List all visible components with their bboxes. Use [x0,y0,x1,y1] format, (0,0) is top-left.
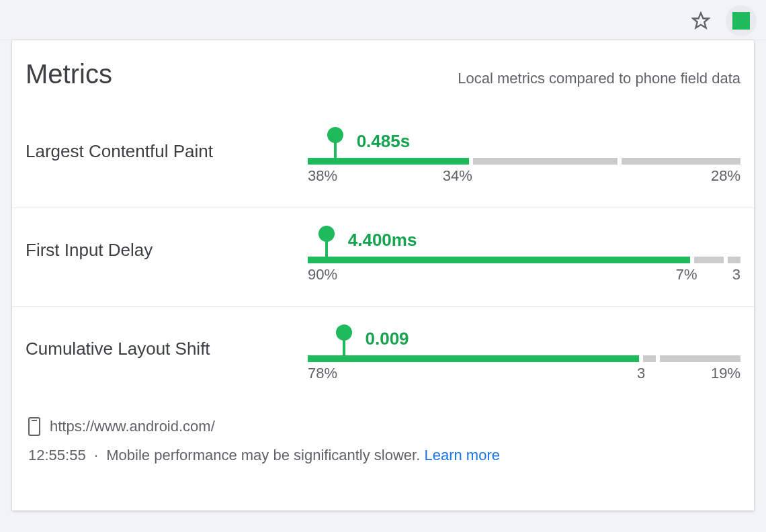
segment-percent-label: 78% [308,365,337,382]
metric-name: Cumulative Layout Shift [26,339,308,359]
learn-more-link[interactable]: Learn more [424,447,500,463]
metric-row: Largest Contentful Paint38%34%28%0.485s [12,109,754,208]
browser-address-bar [0,0,766,40]
phone-icon [28,417,40,436]
metric-bar: 90%7%34.400ms [308,230,740,270]
segment-percent-label: 3 [732,266,740,283]
metric-name: Largest Contentful Paint [26,141,308,162]
web-vitals-status-icon [732,12,750,30]
extension-badge[interactable] [726,5,757,36]
web-vitals-panel: Metrics Local metrics compared to phone … [12,40,754,511]
segment-percent-label: 38% [308,167,337,185]
distribution-segment [308,355,639,362]
distribution-segment [660,355,740,362]
metric-value: 0.485s [357,131,411,152]
performance-warning: Mobile performance may be significantly … [106,447,420,463]
star-icon [691,11,710,30]
segment-percent-label: 19% [711,365,740,382]
local-value-marker [343,331,345,362]
segment-percent-label: 90% [308,266,337,283]
svg-marker-0 [693,13,708,28]
metric-name: First Input Delay [26,240,308,261]
metric-bar: 78%319%0.009 [308,328,740,369]
metric-row: First Input Delay90%7%34.400ms [12,208,754,307]
segment-percent-label: 28% [711,167,740,185]
segment-percent-label: 3 [637,365,645,382]
distribution-segment [694,257,724,263]
page-url: https://www.android.com/ [50,418,215,435]
timestamp: 12:55:55 [28,447,86,463]
bookmark-star-button[interactable] [689,9,712,32]
segment-percent-label: 34% [443,167,472,185]
panel-footer: https://www.android.com/ 12:55:55 · Mobi… [12,405,754,472]
distribution-segment [622,158,740,165]
distribution-segment [643,355,656,362]
distribution-segment [728,257,740,263]
local-value-marker [334,134,337,165]
panel-title: Metrics [26,59,112,89]
metric-value: 0.009 [366,328,409,349]
metric-row: Cumulative Layout Shift78%319%0.009 [12,307,754,405]
distribution-segment [308,257,690,263]
metric-bar: 38%34%28%0.485s [308,131,740,171]
local-value-marker [325,232,328,263]
panel-subtitle: Local metrics compared to phone field da… [458,70,740,87]
metric-value: 4.400ms [348,230,417,251]
distribution-segment [308,158,469,165]
segment-percent-label: 7% [676,266,697,283]
distribution-segment [473,158,618,165]
